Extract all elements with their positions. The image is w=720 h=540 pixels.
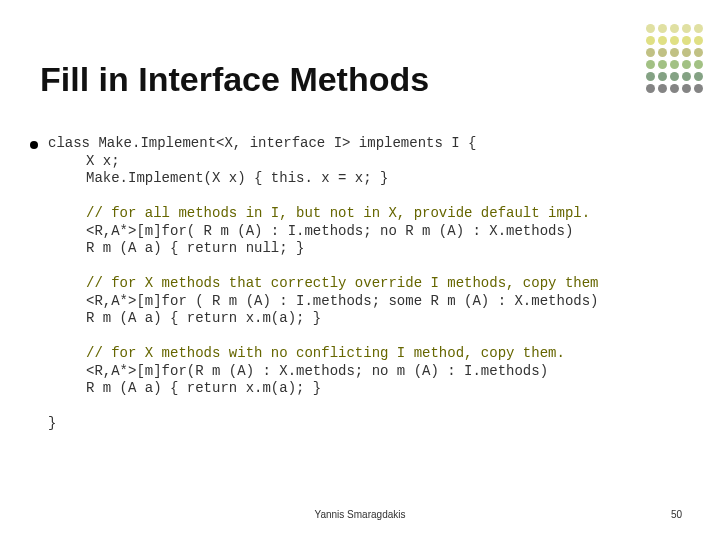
dot-icon xyxy=(658,84,667,93)
dot-icon xyxy=(646,60,655,69)
dot-icon xyxy=(658,24,667,33)
dot-icon xyxy=(694,84,703,93)
code-line: Make.Implement(X x) { this. x = x; } xyxy=(86,170,388,186)
code-comment: // for X methods with no conflicting I m… xyxy=(86,345,565,361)
dot-icon xyxy=(658,60,667,69)
dot-icon xyxy=(646,36,655,45)
dot-icon xyxy=(658,72,667,81)
code-line: R m (A a) { return x.m(a); } xyxy=(86,310,321,326)
dot-icon xyxy=(646,84,655,93)
dot-icon xyxy=(670,72,679,81)
dot-icon xyxy=(694,24,703,33)
code-comment: // for X methods that correctly override… xyxy=(86,275,598,291)
dot-icon xyxy=(670,24,679,33)
code-line: class Make.Implement<X, interface I> imp… xyxy=(48,135,476,151)
dot-icon xyxy=(682,60,691,69)
dot-icon xyxy=(682,36,691,45)
code-line: R m (A a) { return null; } xyxy=(86,240,304,256)
dot-icon xyxy=(670,84,679,93)
dot-icon xyxy=(682,48,691,57)
code-line: X x; xyxy=(86,153,120,169)
dot-icon xyxy=(682,84,691,93)
dot-icon xyxy=(694,60,703,69)
bullet-icon xyxy=(30,141,38,149)
code-line: <R,A*>[m]for(R m (A) : X.methods; no m (… xyxy=(86,363,548,379)
code-line: } xyxy=(48,415,56,431)
dot-icon xyxy=(682,72,691,81)
decorative-dot-grid xyxy=(646,24,704,94)
dot-icon xyxy=(658,48,667,57)
dot-icon xyxy=(694,48,703,57)
footer-author: Yannis Smaragdakis xyxy=(0,509,720,520)
dot-icon xyxy=(646,72,655,81)
dot-icon xyxy=(682,24,691,33)
code-block: class Make.Implement<X, interface I> imp… xyxy=(48,135,598,433)
dot-icon xyxy=(658,36,667,45)
code-line: <R,A*>[m]for( R m (A) : I.methods; no R … xyxy=(86,223,573,239)
page-number: 50 xyxy=(671,509,682,520)
dot-icon xyxy=(694,72,703,81)
code-comment: // for all methods in I, but not in X, p… xyxy=(86,205,590,221)
dot-icon xyxy=(670,36,679,45)
code-line: R m (A a) { return x.m(a); } xyxy=(86,380,321,396)
dot-icon xyxy=(694,36,703,45)
dot-icon xyxy=(646,24,655,33)
dot-icon xyxy=(646,48,655,57)
code-line: <R,A*>[m]for ( R m (A) : I.methods; some… xyxy=(86,293,598,309)
dot-icon xyxy=(670,60,679,69)
slide-body: class Make.Implement<X, interface I> imp… xyxy=(30,135,690,433)
page-title: Fill in Interface Methods xyxy=(40,60,429,99)
dot-icon xyxy=(670,48,679,57)
